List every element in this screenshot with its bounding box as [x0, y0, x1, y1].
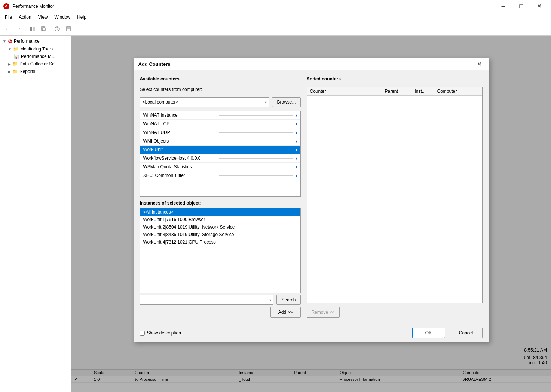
svg-rect-3 [42, 28, 45, 31]
expand-wsman: ▾ [296, 165, 297, 169]
col-parent-header: Parent [385, 89, 415, 94]
expand-arrow-monitoring: ▼ [8, 47, 12, 51]
counter-workflow-text: WorkflowServiceHost 4.0.0.0 [143, 156, 217, 161]
instance-all[interactable]: <All instances> [140, 208, 300, 216]
sep-4 [219, 150, 293, 150]
search-select[interactable] [140, 295, 274, 305]
counter-item-winnat-udp[interactable]: WinNAT UDP ▾ [140, 128, 300, 137]
expand-xhci: ▾ [296, 174, 297, 178]
show-description-text: Show description [147, 330, 181, 336]
search-select-wrapper [140, 295, 274, 305]
close-button[interactable]: ✕ [530, 1, 548, 12]
expand-arrow-performance: ▼ [3, 39, 6, 43]
data-collector-icon: 📁 [12, 61, 18, 67]
counter-item-wmi-objects[interactable]: WMI Objects ▾ [140, 137, 300, 146]
dialog-title-bar: Add Counters ✕ [134, 58, 489, 70]
counter-item-winnat-instance[interactable]: WinNAT Instance ▾ [140, 111, 300, 120]
counter-item-wsman[interactable]: WSMan Quota Statistics ▾ [140, 163, 300, 171]
show-console-tree-button[interactable] [27, 24, 37, 34]
sidebar-item-monitoring-tools[interactable]: ▼ 📁 Monitoring Tools [0, 45, 71, 53]
sep-2 [219, 132, 293, 133]
counter-winnat-udp-text: WinNAT UDP [143, 130, 217, 135]
content-area: ▼ ⊘ Performance ▼ 📁 Monitoring Tools 📊 P… [0, 36, 551, 392]
toolbar-separator-1 [25, 24, 25, 33]
sidebar-item-performance-monitor[interactable]: 📊 Performance M... [0, 53, 71, 60]
main-panel: 8:55:21 AM um 84.394 ion 1:40 [71, 36, 551, 392]
help-button[interactable]: ? [52, 24, 62, 34]
sidebar-item-reports-label: Reports [19, 69, 35, 74]
counter-item-workflow[interactable]: WorkflowServiceHost 4.0.0.0 ▾ [140, 154, 300, 163]
counter-workunit-text: Work Unit [143, 147, 217, 152]
sidebar: ▼ ⊘ Performance ▼ 📁 Monitoring Tools 📊 P… [0, 36, 71, 392]
instance-4[interactable]: WorkUnit|4|7312|1021|GPU Process [140, 238, 300, 246]
instances-label: Instances of selected object: [140, 200, 301, 206]
properties-button[interactable] [63, 24, 74, 34]
sidebar-item-perfmonitor-label: Performance M... [21, 54, 55, 59]
added-counters-box: Counter Parent Inst... Computer [307, 87, 483, 303]
sidebar-item-performance[interactable]: ▼ ⊘ Performance [0, 37, 71, 45]
dialog-footer: Show description OK Cancel [134, 324, 489, 342]
main-window: ⊘ Performance Monitor – □ ✕ File Action … [0, 0, 551, 392]
col-counter-header: Counter [310, 89, 385, 94]
remove-button[interactable]: Remove << [307, 307, 340, 318]
performance-icon: ⊘ [8, 38, 12, 44]
menu-bar: File Action View Window Help [0, 12, 551, 22]
add-button[interactable]: Add >> [270, 307, 301, 318]
window-title: Performance Monitor [12, 4, 492, 9]
counter-wmi-text: WMI Objects [143, 138, 217, 144]
show-description-checkbox[interactable] [140, 331, 145, 336]
counter-list[interactable]: WinNAT Instance ▾ WinNAT TCP ▾ [140, 111, 301, 197]
expand-winnat-tcp: ▾ [296, 122, 297, 126]
left-pane: Available counters Select counters from … [140, 76, 301, 318]
instances-list[interactable]: <All instances> WorkUnit|1|7616|1000|Bro… [140, 208, 301, 293]
monitoring-tools-icon: 📁 [13, 46, 19, 52]
show-description-label[interactable]: Show description [140, 330, 181, 336]
menu-action[interactable]: Action [16, 14, 34, 21]
menu-window[interactable]: Window [52, 14, 74, 21]
dialog-close-button[interactable]: ✕ [475, 60, 484, 69]
expand-arrow-reports: ▶ [8, 70, 11, 74]
expand-workunit: ▾ [296, 148, 297, 152]
menu-view[interactable]: View [35, 14, 51, 21]
counter-wsman-text: WSMan Quota Statistics [143, 164, 217, 169]
new-window-button[interactable] [38, 24, 49, 34]
available-counters-label: Available counters [140, 76, 301, 82]
maximize-button[interactable]: □ [512, 1, 530, 12]
add-counters-dialog: Add Counters ✕ Available counters Select… [134, 58, 489, 342]
menu-file[interactable]: File [2, 14, 15, 21]
forward-button[interactable]: → [13, 24, 24, 34]
computer-select-wrapper: <Local computer> [140, 97, 269, 107]
browse-button[interactable]: Browse... [272, 97, 300, 107]
instance-3[interactable]: WorkUnit|3|8436|1019|Utility: Storage Se… [140, 231, 300, 238]
svg-text:?: ? [56, 27, 58, 31]
sidebar-item-reports[interactable]: ▶ 📁 Reports [0, 68, 71, 75]
counter-item-work-unit[interactable]: Work Unit ▾ [140, 146, 300, 154]
added-counters-label: Added counters [307, 76, 483, 82]
counter-xhci-text: XHCI CommonBuffer [143, 173, 217, 178]
minimize-button[interactable]: – [495, 1, 512, 12]
ok-button[interactable]: OK [412, 328, 445, 338]
computer-select[interactable]: <Local computer> [140, 97, 269, 107]
search-row: Search [140, 295, 301, 305]
instance-1[interactable]: WorkUnit|1|7616|1000|Browser [140, 216, 300, 223]
counter-winnat-instance-text: WinNAT Instance [143, 113, 217, 118]
expand-workflow: ▾ [296, 156, 297, 160]
dialog-title: Add Counters [138, 61, 472, 67]
search-button[interactable]: Search [276, 295, 300, 305]
sep-6 [219, 167, 293, 167]
added-counters-body [307, 96, 482, 303]
sep-1 [219, 124, 293, 124]
back-button[interactable]: ← [2, 24, 12, 34]
counter-item-winnat-tcp[interactable]: WinNAT TCP ▾ [140, 120, 300, 128]
computer-select-row: <Local computer> Browse... [140, 97, 301, 107]
menu-help[interactable]: Help [74, 14, 89, 21]
dialog-body: Available counters Select counters from … [134, 70, 489, 324]
counter-item-xhci[interactable]: XHCI CommonBuffer ▾ [140, 171, 300, 180]
cancel-button[interactable]: Cancel [450, 328, 483, 338]
toolbar-separator-2 [50, 24, 50, 33]
right-pane: Added counters Counter Parent Inst... Co… [307, 76, 483, 318]
sidebar-item-data-collector[interactable]: ▶ 📁 Data Collector Set [0, 60, 71, 68]
instance-2[interactable]: WorkUnit|2|8504|1019|Utility: Network Se… [140, 223, 300, 231]
sep-7 [219, 175, 293, 176]
sep-0 [219, 115, 293, 116]
